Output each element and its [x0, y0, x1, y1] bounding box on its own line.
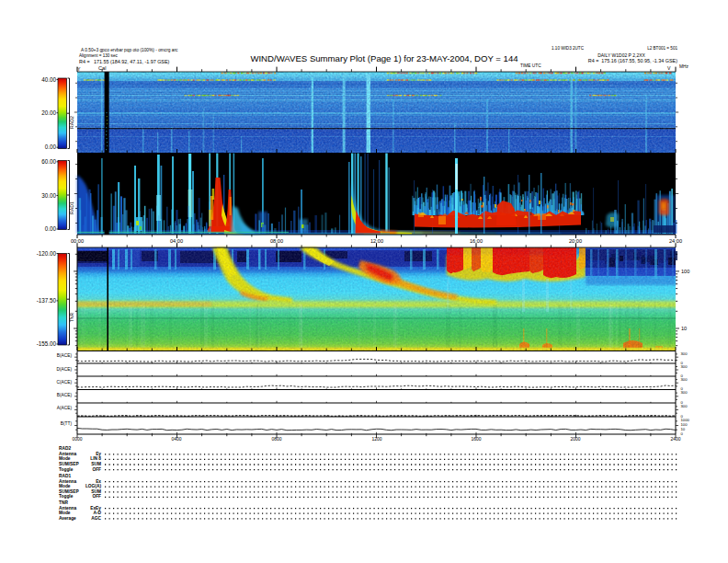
svg-text:DAILY W1D02 P 2,2XX: DAILY W1D02 P 2,2XX [597, 52, 645, 58]
svg-text:04:00: 04:00 [170, 238, 183, 244]
svg-text:300: 300 [681, 404, 688, 408]
svg-text:L2 BT001 = 501: L2 BT001 = 501 [647, 46, 677, 51]
svg-text:TNR: TNR [59, 500, 68, 505]
svg-text:C(ACE): C(ACE) [56, 380, 72, 385]
svg-text:RAD2: RAD2 [69, 116, 74, 129]
svg-text:Ey: Ey [96, 452, 101, 456]
svg-text:12:00: 12:00 [370, 238, 383, 244]
svg-text:SUM/SEP: SUM/SEP [59, 489, 79, 494]
svg-text:1600: 1600 [471, 436, 481, 442]
svg-text:300: 300 [681, 390, 688, 395]
svg-text:TNR: TNR [69, 312, 74, 322]
svg-text:A 0.50+3 gpco ervbar pqp oto (: A 0.50+3 gpco ervbar pqp oto (100%) - om… [81, 48, 178, 52]
svg-text:Toggle: Toggle [59, 494, 74, 499]
svg-text:-137.50: -137.50 [37, 297, 57, 304]
svg-text:B(ACE): B(ACE) [57, 353, 73, 358]
svg-text:Mode: Mode [59, 456, 71, 461]
svg-text:Mode: Mode [59, 484, 71, 488]
svg-text:Y: Y [77, 66, 81, 72]
svg-text:Antenna: Antenna [59, 452, 77, 456]
svg-text:300: 300 [681, 364, 688, 369]
svg-text:D(ACE): D(ACE) [56, 367, 72, 372]
svg-text:08:00: 08:00 [270, 238, 283, 244]
svg-text:A(ACE): A(ACE) [57, 406, 73, 410]
svg-text:RAD2: RAD2 [59, 446, 71, 451]
svg-text:Average: Average [59, 516, 76, 521]
svg-text:0000: 0000 [72, 436, 82, 442]
svg-text:1.10 WID3 2UTC: 1.10 WID3 2UTC [552, 46, 585, 51]
svg-text:OFF: OFF [92, 467, 101, 472]
svg-text:WIND/WAVES Summary Plot (Page: WIND/WAVES Summary Plot (Page 1) for 23-… [250, 53, 518, 63]
svg-text:20:00: 20:00 [569, 238, 582, 244]
svg-text:Antenna: Antenna [59, 506, 77, 511]
svg-text:300: 300 [681, 377, 688, 382]
svg-text:ExEy: ExEy [90, 506, 101, 511]
svg-text:Ex: Ex [96, 479, 101, 484]
svg-text:10: 10 [681, 326, 687, 331]
svg-text:0.00: 0.00 [45, 144, 57, 150]
svg-text:24:00: 24:00 [669, 238, 682, 244]
svg-text:16:00: 16:00 [470, 238, 483, 244]
svg-text:OFF: OFF [92, 494, 101, 499]
svg-text:100: 100 [681, 269, 689, 274]
svg-text:RAD1: RAD1 [69, 201, 74, 214]
svg-text:0400: 0400 [171, 436, 181, 442]
svg-text:R4 = 171.55 (184.92, 47.11,: R4 = 171.55 (184.92, 47.11, -1.97 GSE) [79, 59, 170, 64]
svg-text:30.00: 30.00 [41, 192, 56, 199]
svg-text:20.00: 20.00 [41, 109, 56, 116]
svg-text:R4 = 175.16 (167.55, 50.95, -: R4 = 175.16 (167.55, 50.95, -1.34 GSE) [588, 58, 677, 63]
svg-text:SUM: SUM [91, 489, 101, 494]
svg-text:Alignment = 130 sec: Alignment = 130 sec [79, 53, 118, 58]
svg-text:00:00: 00:00 [71, 238, 84, 244]
svg-text:TIME UTC: TIME UTC [520, 63, 541, 68]
svg-text:SUM: SUM [91, 462, 101, 466]
svg-text:0: 0 [681, 431, 684, 436]
svg-text:A-D: A-D [93, 511, 101, 515]
svg-text:V: V [667, 65, 671, 71]
svg-text:0.00: 0.00 [45, 225, 57, 232]
svg-text:60.00: 60.00 [41, 158, 56, 165]
svg-text:-120.00: -120.00 [37, 250, 57, 257]
svg-text:Mode: Mode [59, 511, 71, 515]
svg-text:B(ACE): B(ACE) [57, 393, 73, 397]
svg-text:SUM/SEP: SUM/SEP [59, 462, 79, 466]
svg-text:LIN 8: LIN 8 [90, 456, 101, 461]
svg-text:Antenna: Antenna [59, 479, 77, 484]
svg-text:2400: 2400 [670, 436, 680, 442]
svg-text:Toggle: Toggle [59, 467, 74, 472]
svg-text:AGC: AGC [91, 516, 101, 521]
svg-text:RAD1: RAD1 [59, 474, 71, 478]
svg-text:B(TT): B(TT) [61, 421, 73, 426]
svg-text:MHz: MHz [679, 64, 688, 69]
svg-text:LOG(A): LOG(A) [85, 484, 101, 488]
svg-text:2000: 2000 [570, 436, 580, 442]
svg-text:-155.00: -155.00 [37, 340, 57, 347]
svg-text:0800: 0800 [271, 436, 281, 442]
svg-text:40.00: 40.00 [41, 76, 56, 83]
svg-text:1200: 1200 [371, 436, 381, 442]
svg-text:300: 300 [681, 351, 688, 356]
